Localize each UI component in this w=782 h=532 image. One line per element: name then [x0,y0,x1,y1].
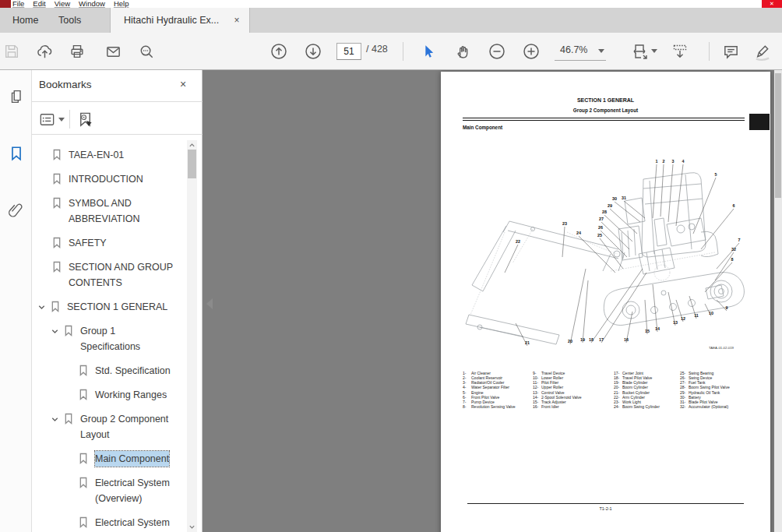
diagram-callout-number: 17 [599,337,604,342]
fit-width-button[interactable] [625,40,657,63]
callout-leader-line [701,209,734,249]
diagram-callout-number: 13 [673,320,678,325]
diagram-callout-number: 1 [656,159,658,164]
bookmark-item[interactable]: Working Ranges [32,387,187,403]
diagram-callout-number: 30 [612,196,617,201]
bookmark-item[interactable]: Group 2 Component Layout [32,411,187,442]
parts-list-item: 24-Boom Swing Cylinder [614,404,660,409]
bookmark-item[interactable]: SECTION 1 GENERAL [32,299,187,315]
bookmark-item[interactable]: Main Component [32,451,187,467]
menu-file[interactable]: File [12,0,24,8]
expand-current-bookmark-button[interactable] [76,109,94,129]
parts-column: 25-Swing Bearing26-Swing Device27-Fuel T… [680,371,730,409]
diagram-callout-number: 7 [738,238,741,242]
panel-collapse-handle[interactable] [206,298,213,309]
bookmark-item[interactable]: TAEA-EN-01 [32,147,187,163]
tab-close-icon[interactable]: × [231,15,242,26]
callout-leader-line [705,262,732,292]
page-down-icon [304,42,322,61]
page-number-input[interactable] [336,43,361,60]
scrollbar-thumb[interactable] [188,150,196,178]
panel-close-button[interactable]: × [177,78,189,90]
select-tool-button[interactable] [417,40,440,63]
zoom-out-button[interactable] [485,40,509,63]
share-upload-button[interactable] [33,40,56,63]
bookmark-icon [52,149,62,160]
hand-tool-button[interactable] [452,40,475,63]
tab-document[interactable]: Hitachi Hydraulic Ex... × [110,8,250,33]
diagram-callout-number: 4 [682,159,685,164]
bookmarks-list: TAEA-EN-01INTRODUCTIONSYMBOL AND ABBREVI… [32,140,187,532]
diagram-callout-number: 9 [726,305,728,310]
bookmark-label: SECTION 1 GENERAL [67,299,167,315]
callout-leader-line [505,245,518,273]
comment-tool-button[interactable] [719,40,742,63]
bookmarks-panel: Bookmarks × TAEA-EN-01INTRODUCTIONSYMBOL… [32,70,203,532]
panel-scrollbar[interactable] [187,140,197,532]
pencil-tool-button[interactable] [750,40,773,63]
bookmark-item[interactable]: Group 1 Specifications [32,323,187,354]
bookmark-item[interactable]: SECTION AND GROUP CONTENTS [32,259,187,291]
chevron-down-icon[interactable] [37,302,48,312]
bookmark-label: Electrical System (Overview) [95,475,187,506]
chevron-down-icon [58,118,65,122]
bookmark-label: Working Ranges [95,387,167,403]
window-close-button[interactable]: ✕ [762,0,782,8]
bookmark-icon [52,237,62,248]
zoom-level-value: 46.7% [560,44,587,55]
document-scrollbar[interactable] [774,70,782,532]
menu-bar: FileEditViewWindowHelp [12,0,137,8]
previous-page-button[interactable] [267,40,291,63]
attachments-button[interactable] [7,201,26,220]
bookmark-item[interactable]: Electrical System (Overview) [32,475,187,506]
scroll-down-icon[interactable] [188,523,196,530]
save-button[interactable] [0,40,23,63]
divider [69,110,70,129]
scroll-mode-button[interactable] [668,40,692,63]
parts-column: 9-Travel Device10-Lower Roller11-Pilot F… [533,371,582,409]
zoom-in-button[interactable] [520,40,543,63]
diagram-callout-number: 5 [715,172,717,177]
bookmark-label: SAFETY [69,235,107,251]
bookmark-icon [51,301,61,312]
chevron-down-icon [598,49,604,53]
zoom-level-dropdown[interactable]: 46.7% [555,42,606,61]
next-page-button[interactable] [301,40,325,63]
scroll-up-icon[interactable] [188,142,196,149]
bookmarks-panel-button[interactable] [7,144,26,163]
menu-view[interactable]: View [55,0,70,8]
bookmark-options-button[interactable] [38,109,65,129]
app-icon [0,0,11,8]
callout-leader-line [624,201,645,218]
bookmark-item[interactable]: SYMBOL AND ABBREVIATION [32,196,187,227]
tab-tools[interactable]: Tools [52,8,87,33]
bookmark-item[interactable]: Electrical System (Relays) [32,515,187,532]
save-icon [3,43,20,60]
chevron-down-icon[interactable] [50,414,61,425]
document-scrollbar-thumb[interactable] [775,73,781,198]
chevron-down-icon[interactable] [50,326,61,336]
bookmark-item[interactable]: INTRODUCTION [32,171,187,187]
parts-list: 1-Air Cleaner2-Coolant Reservoir3-Radiat… [460,371,765,413]
menu-edit[interactable]: Edit [33,0,45,8]
menu-help[interactable]: Help [114,0,129,8]
email-button[interactable] [101,40,125,63]
bookmark-label: Group 1 Specifications [80,323,174,354]
callout-leader-line [668,164,673,222]
diagram-callout-number: 32 [731,247,736,252]
tab-home[interactable]: Home [6,8,44,33]
search-button[interactable] [135,40,158,63]
page-total-label: / 428 [366,44,388,55]
bookmark-item[interactable]: SAFETY [32,235,187,251]
print-button[interactable] [65,40,89,63]
scroll-mode-icon [671,42,689,61]
page-thumbnails-button[interactable] [7,87,26,106]
bookmark-item[interactable]: Std. Specification [32,363,187,379]
menu-window[interactable]: Window [79,0,105,8]
callout-leader-line [676,164,683,226]
excavator-diagram: 1234567328910111213141516171819202122232… [458,154,754,351]
search-icon [138,43,156,61]
main-toolbar: / 428 46.7% [0,33,782,70]
diagram-callout-number: 11 [694,313,699,318]
bookmark-label: SECTION AND GROUP CONTENTS [69,259,185,291]
